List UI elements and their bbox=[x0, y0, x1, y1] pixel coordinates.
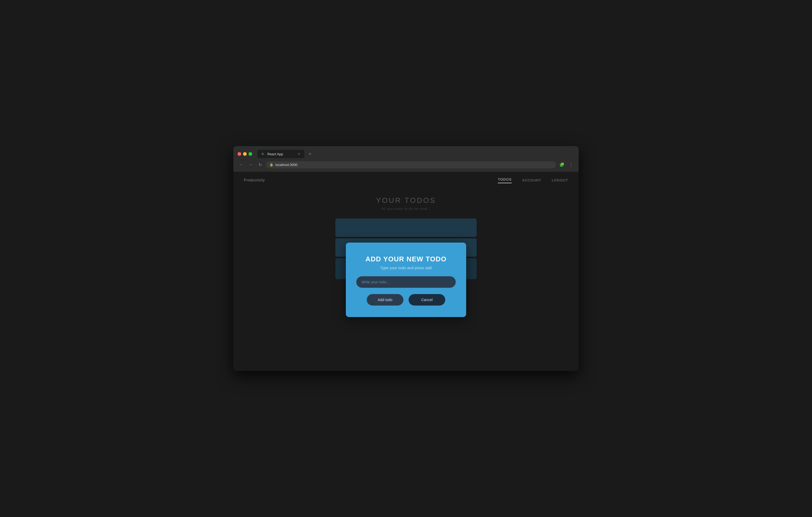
maximize-traffic-light[interactable] bbox=[249, 152, 252, 156]
address-bar[interactable]: 🔒 localhost:3000 bbox=[266, 161, 556, 168]
nav-link-logout[interactable]: LOGOUT bbox=[552, 178, 568, 182]
modal-subtitle: Type your todo and press add bbox=[366, 266, 446, 270]
traffic-lights bbox=[237, 152, 252, 156]
modal-overlay: ADD YOUR NEW TODO Type your todo and pre… bbox=[233, 188, 579, 371]
nav-link-todos-underline bbox=[498, 183, 512, 183]
cancel-button[interactable]: Cancel bbox=[409, 294, 445, 306]
modal-title: ADD YOUR NEW TODO bbox=[366, 255, 446, 263]
browser-menu-button[interactable]: ⋮ bbox=[568, 161, 575, 169]
browser-addressbar-row: ← → ↻ 🔒 localhost:3000 🧩 ⋮ bbox=[237, 161, 575, 172]
nav-brand: Productivity bbox=[244, 178, 265, 182]
modal-header: ADD YOUR NEW TODO Type your todo and pre… bbox=[366, 255, 446, 270]
tab-close-button[interactable]: ✕ bbox=[297, 152, 301, 156]
lock-icon: 🔒 bbox=[269, 163, 273, 166]
nav-link-account[interactable]: ACCOUNT bbox=[522, 178, 541, 182]
browser-titlebar: ⚛ React App ✕ + ← → ↻ 🔒 localhost:3000 🧩… bbox=[233, 146, 579, 172]
nav-links: TODOS ACCOUNT LOGOUT bbox=[498, 177, 568, 183]
forward-button[interactable]: → bbox=[247, 161, 254, 168]
minimize-traffic-light[interactable] bbox=[243, 152, 247, 156]
browser-window: ⚛ React App ✕ + ← → ↻ 🔒 localhost:3000 🧩… bbox=[233, 146, 579, 371]
nav-link-todos-label: TODOS bbox=[498, 178, 512, 181]
app-nav: Productivity TODOS ACCOUNT LOGOUT bbox=[233, 172, 579, 188]
add-todo-modal: ADD YOUR NEW TODO Type your todo and pre… bbox=[346, 243, 466, 317]
nav-link-todos[interactable]: TODOS bbox=[498, 177, 512, 183]
new-tab-button[interactable]: + bbox=[307, 150, 314, 158]
url-text: localhost:3000 bbox=[276, 163, 297, 167]
add-todo-button[interactable]: Add todo bbox=[367, 294, 403, 306]
back-button[interactable]: ← bbox=[237, 161, 245, 168]
modal-buttons: Add todo Cancel bbox=[356, 294, 456, 306]
tab-title: React App bbox=[267, 152, 283, 156]
browser-tabs-row: ⚛ React App ✕ + bbox=[237, 150, 575, 158]
close-traffic-light[interactable] bbox=[237, 152, 241, 156]
extensions-button[interactable]: 🧩 bbox=[558, 161, 566, 168]
main-content: YOUR TODOS All you have to do for now...… bbox=[233, 188, 579, 371]
app-content: Productivity TODOS ACCOUNT LOGOUT YOUR T… bbox=[233, 172, 579, 371]
active-browser-tab[interactable]: ⚛ React App ✕ bbox=[257, 150, 304, 158]
todo-input[interactable] bbox=[356, 276, 456, 288]
reload-button[interactable]: ↻ bbox=[256, 161, 264, 168]
react-favicon-icon: ⚛ bbox=[261, 152, 265, 156]
